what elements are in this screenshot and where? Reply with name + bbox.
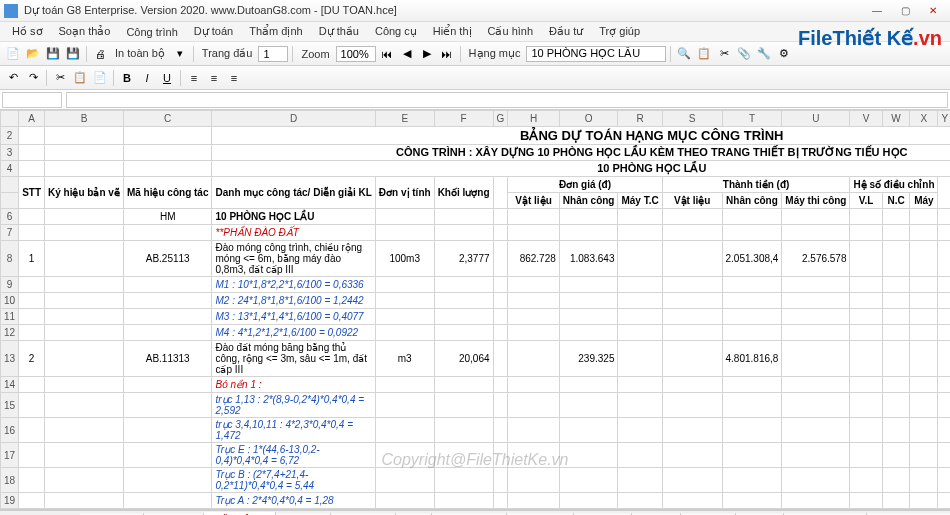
- tab-nav[interactable]: ▶: [40, 512, 58, 516]
- data-row[interactable]: 19Trục A : 2*4*0,4*0,4 = 1,28: [1, 493, 951, 509]
- menu-Thẩm định[interactable]: Thẩm định: [241, 23, 310, 40]
- hangmuc-input[interactable]: [526, 46, 666, 62]
- tool-a[interactable]: 🔍: [675, 45, 693, 63]
- data-row[interactable]: 10M2 : 24*1,8*1,8*1,6/100 = 1,2442: [1, 293, 951, 309]
- tab-nav[interactable]: ◀: [22, 512, 40, 516]
- section-title: 10 PHÒNG HỌC LẦU: [212, 161, 950, 177]
- data-row[interactable]: 17Trục E : 1*(44,6-13,0,2-0,4)*0,4*0,4 =…: [1, 443, 951, 468]
- data-row[interactable]: 12M4 : 4*1,2*1,2*1,6/100 = 0,0922: [1, 325, 951, 341]
- col-header[interactable]: F: [434, 111, 493, 127]
- formula-input[interactable]: [66, 92, 948, 108]
- prev-page-icon[interactable]: ◀: [398, 45, 416, 63]
- italic-icon[interactable]: I: [138, 69, 156, 87]
- last-page-icon[interactable]: ⏭: [438, 45, 456, 63]
- first-page-icon[interactable]: ⏮: [378, 45, 396, 63]
- zoom-label: Zoom: [297, 48, 333, 60]
- menu-Công trình[interactable]: Công trình: [118, 24, 185, 40]
- menu-Hồ sơ[interactable]: Hồ sơ: [4, 23, 51, 40]
- data-row[interactable]: 7**PHẦN ĐÀO ĐẤT: [1, 225, 951, 241]
- spreadsheet-grid[interactable]: ABCDEFGHORSTUVWXYZAAABAKALAM2BẢNG DỰ TOÁ…: [0, 110, 950, 510]
- data-row[interactable]: 11M3 : 13*1,4*1,4*1,6/100 = 0,4077: [1, 309, 951, 325]
- tool-c[interactable]: ✂: [715, 45, 733, 63]
- align-center-icon[interactable]: ≡: [205, 69, 223, 87]
- bold-icon[interactable]: B: [118, 69, 136, 87]
- col-header[interactable]: C: [123, 111, 212, 127]
- menu-Dự toán[interactable]: Dự toán: [186, 23, 241, 40]
- tool-e[interactable]: 🔧: [755, 45, 773, 63]
- col-header[interactable]: B: [45, 111, 124, 127]
- maximize-button[interactable]: ▢: [892, 2, 918, 20]
- close-button[interactable]: ✕: [920, 2, 946, 20]
- menu-Soạn thảo[interactable]: Soạn thảo: [51, 23, 119, 40]
- align-right-icon[interactable]: ≡: [225, 69, 243, 87]
- undo-icon[interactable]: ↶: [4, 69, 22, 87]
- col-header[interactable]: X: [910, 111, 938, 127]
- tab-nav[interactable]: ⏭: [58, 512, 76, 516]
- align-left-icon[interactable]: ≡: [185, 69, 203, 87]
- page-input[interactable]: [258, 46, 288, 62]
- col-header[interactable]: D: [212, 111, 375, 127]
- tool-d[interactable]: 📎: [735, 45, 753, 63]
- data-row[interactable]: 20Bó nền 2 : 2*6,5*0,4*0,4 = 2,08: [1, 509, 951, 511]
- underline-icon[interactable]: U: [158, 69, 176, 87]
- tab-nav[interactable]: ⏮: [4, 512, 22, 516]
- tool-f[interactable]: ⚙: [775, 45, 793, 63]
- menu-Trợ giúp[interactable]: Trợ giúp: [591, 23, 648, 40]
- col-header[interactable]: H: [508, 111, 560, 127]
- data-row[interactable]: 6HM10 PHÒNG HỌC LẦU: [1, 209, 951, 225]
- col-header[interactable]: U: [782, 111, 850, 127]
- col-header[interactable]: R: [618, 111, 662, 127]
- brand-logo: FileThiết Kế.vn: [798, 26, 942, 50]
- cut-icon[interactable]: ✂: [51, 69, 69, 87]
- menu-Công cụ[interactable]: Công cụ: [367, 23, 425, 40]
- col-header[interactable]: T: [722, 111, 782, 127]
- data-row[interactable]: 15trục 1,13 : 2*(8,9-0,2*4)*0,4*0,4 = 2,…: [1, 393, 951, 418]
- new-icon[interactable]: 📄: [4, 45, 22, 63]
- col-header[interactable]: S: [662, 111, 722, 127]
- redo-icon[interactable]: ↷: [24, 69, 42, 87]
- data-row[interactable]: 18Trục B : (2*7,4+21,4-0,2*11)*0,4*0,4 =…: [1, 468, 951, 493]
- print-label: In toàn bộ: [111, 47, 169, 60]
- col-header[interactable]: E: [375, 111, 434, 127]
- col-header[interactable]: Y: [938, 111, 950, 127]
- copy-icon[interactable]: 📋: [71, 69, 89, 87]
- col-header[interactable]: A: [19, 111, 45, 127]
- data-row[interactable]: 81AB.25113Đào móng công trình, chiều rộn…: [1, 241, 951, 277]
- window-title: Dự toán G8 Enterprise. Version 2020. www…: [24, 4, 864, 17]
- col-header[interactable]: G: [493, 111, 508, 127]
- menu-Cấu hình[interactable]: Cấu hình: [480, 23, 542, 40]
- col-header[interactable]: V: [850, 111, 882, 127]
- sheet-tabs: ⏮◀▶⏭Công trìnhGiá thànhDiễn giải KLĐầu v…: [0, 510, 950, 515]
- minimize-button[interactable]: —: [864, 2, 890, 20]
- save-icon[interactable]: 💾: [44, 45, 62, 63]
- menu-Đầu tư[interactable]: Đầu tư: [541, 23, 591, 40]
- dropdown-icon[interactable]: ▾: [171, 45, 189, 63]
- cell-name-box[interactable]: [2, 92, 62, 108]
- open-icon[interactable]: 📂: [24, 45, 42, 63]
- main-title: BẢNG DỰ TOÁN HẠNG MỤC CÔNG TRÌNH: [212, 127, 950, 145]
- hangmuc-label: Hạng mục: [465, 47, 525, 60]
- next-page-icon[interactable]: ▶: [418, 45, 436, 63]
- menu-Hiển thị[interactable]: Hiển thị: [425, 23, 480, 40]
- paste-icon[interactable]: 📄: [91, 69, 109, 87]
- data-row[interactable]: 9M1 : 10*1,8*2,2*1,6/100 = 0,6336: [1, 277, 951, 293]
- menu-Dự thầu[interactable]: Dự thầu: [311, 23, 367, 40]
- data-row[interactable]: 16trục 3,4,10,11 : 4*2,3*0,4*0,4 = 1,472: [1, 418, 951, 443]
- data-row[interactable]: 14Bó nền 1 :: [1, 377, 951, 393]
- data-row[interactable]: 132AB.11313Đào đất móng băng bằng thủ cô…: [1, 341, 951, 377]
- subtitle: CÔNG TRÌNH : XÂY DỰNG 10 PHÒNG HỌC LẦU K…: [212, 145, 950, 161]
- tool-b[interactable]: 📋: [695, 45, 713, 63]
- zoom-input[interactable]: [336, 46, 376, 62]
- toolbar-2: ↶ ↷ ✂ 📋 📄 B I U ≡ ≡ ≡: [0, 66, 950, 90]
- print-icon[interactable]: 🖨: [91, 45, 109, 63]
- col-header[interactable]: O: [559, 111, 618, 127]
- page-label: Trang đầu: [198, 47, 257, 60]
- app-icon: [4, 4, 18, 18]
- saveall-icon[interactable]: 💾: [64, 45, 82, 63]
- col-header[interactable]: W: [882, 111, 910, 127]
